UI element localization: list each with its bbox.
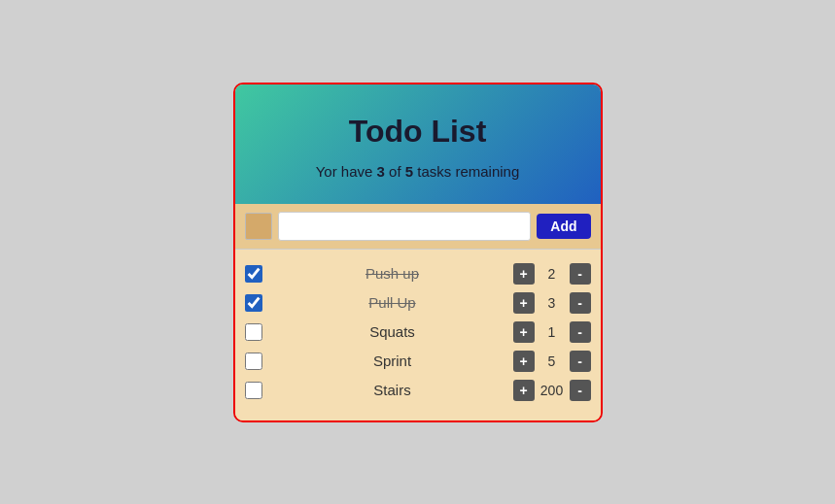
header: Todo List Yor have 3 of 5 tasks remainin… [235,84,601,204]
task-row: Sprint+5- [245,347,591,376]
input-row: Add [235,204,601,250]
decrement-button[interactable]: - [570,263,591,285]
task-label: Pull Up [272,294,513,311]
task-row: Squats+1- [245,318,591,347]
task-label: Squats [272,323,513,340]
app-container: Todo List Yor have 3 of 5 tasks remainin… [233,83,603,422]
summary-suffix: tasks remaining [413,163,519,180]
increment-button[interactable]: + [513,321,535,343]
task-row: Pull Up+3- [245,288,591,318]
color-swatch [245,213,272,240]
summary-prefix: Yor have [316,163,377,180]
task-checkbox[interactable] [245,382,262,399]
increment-button[interactable]: + [513,263,535,285]
task-input[interactable] [278,212,532,241]
increment-button[interactable]: + [513,292,535,314]
task-summary: Yor have 3 of 5 tasks remaining [255,163,581,180]
increment-button[interactable]: + [513,351,535,372]
decrement-button[interactable]: - [570,321,591,343]
add-button[interactable]: Add [537,214,590,239]
task-row: Push up+2- [245,259,591,288]
counter-value: 2 [539,266,566,282]
task-checkbox[interactable] [245,323,262,341]
counter-group: +1- [513,321,591,343]
counter-group: +2- [513,263,591,285]
counter-group: +3- [513,292,591,314]
decrement-button[interactable]: - [570,380,591,401]
remaining-count: 3 [377,163,385,180]
task-checkbox[interactable] [245,294,262,312]
task-row: Stairs+200- [245,376,591,405]
task-list: Push up+2-Pull Up+3-Squats+1-Sprint+5-St… [235,250,601,420]
task-label: Stairs [272,382,513,398]
summary-of: of [385,163,405,180]
decrement-button[interactable]: - [570,292,591,314]
counter-value: 3 [539,295,566,311]
task-checkbox[interactable] [245,353,262,370]
counter-value: 200 [539,383,566,398]
task-label: Sprint [272,353,513,369]
counter-value: 1 [539,324,566,340]
task-label: Push up [272,265,513,282]
increment-button[interactable]: + [513,380,535,401]
task-checkbox[interactable] [245,265,262,283]
counter-group: +5- [513,351,591,372]
app-title: Todo List [255,114,581,150]
counter-group: +200- [513,380,591,401]
decrement-button[interactable]: - [570,351,591,372]
total-count: 5 [405,163,413,180]
counter-value: 5 [539,353,566,369]
